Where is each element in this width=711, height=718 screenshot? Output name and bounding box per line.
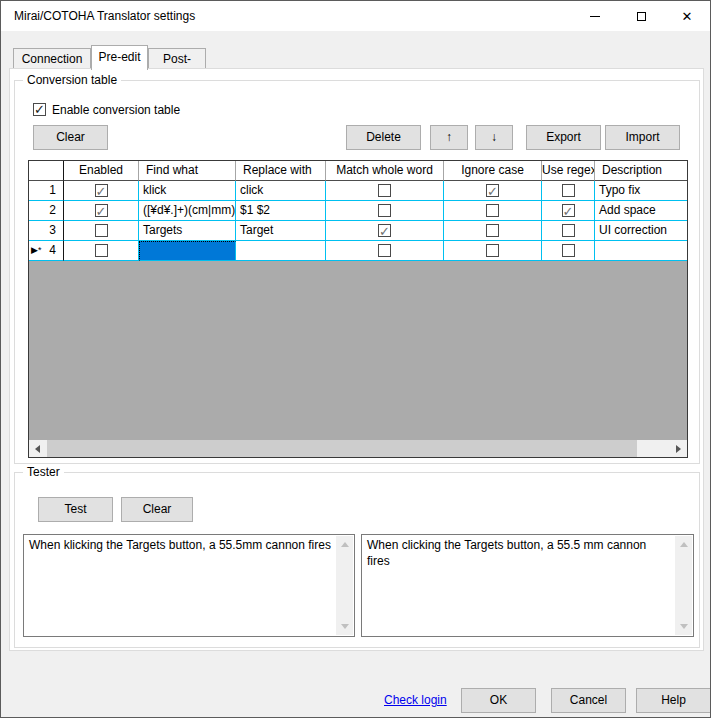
scroll-down-button[interactable]: [336, 618, 353, 635]
scroll-left-button[interactable]: [29, 440, 46, 457]
minimize-icon: [590, 16, 600, 17]
tester-group-label: Tester: [23, 465, 64, 480]
grid-cell-replace[interactable]: $1 $2: [236, 201, 326, 221]
grid-cell-find[interactable]: Targets: [139, 221, 236, 241]
grid-row-header[interactable]: 1: [29, 181, 64, 201]
grid-cell-use_regex[interactable]: [542, 181, 595, 201]
tester-clear-button[interactable]: Clear: [121, 497, 193, 522]
checkbox-icon[interactable]: [486, 224, 499, 237]
grid-cell-description[interactable]: [595, 241, 687, 261]
grid-cell-ignore_case[interactable]: [444, 221, 542, 241]
conversion-grid[interactable]: EnabledFind whatReplace withMatch whole …: [28, 160, 688, 458]
test-button[interactable]: Test: [38, 497, 113, 522]
grid-column-header[interactable]: Description: [595, 161, 687, 181]
checkbox-icon[interactable]: [378, 184, 391, 197]
checkbox-icon[interactable]: [486, 244, 499, 257]
scrollbar-thumb[interactable]: [47, 440, 637, 457]
export-button[interactable]: Export: [526, 125, 601, 150]
grid-cell-match_whole_word[interactable]: [326, 241, 444, 261]
ok-button[interactable]: OK: [461, 688, 536, 713]
grid-cell-use_regex[interactable]: [542, 201, 595, 221]
grid-rows: 1klickclickTypo fix2([¥d¥.]+)(cm|mm)$1 $…: [29, 181, 687, 261]
grid-cell-replace[interactable]: [236, 241, 326, 261]
grid-cell-enabled[interactable]: [64, 201, 139, 221]
scroll-up-button[interactable]: [336, 536, 353, 553]
grid-cell-ignore_case[interactable]: [444, 181, 542, 201]
close-button[interactable]: ✕: [664, 1, 710, 31]
grid-cell-use_regex[interactable]: [542, 221, 595, 241]
output-vertical-scrollbar[interactable]: [675, 536, 692, 635]
up-arrow-icon: [341, 542, 349, 547]
grid-cell-match_whole_word[interactable]: [326, 221, 444, 241]
grid-cell-find[interactable]: klick: [139, 181, 236, 201]
checkbox-icon[interactable]: [486, 184, 499, 197]
grid-cell-use_regex[interactable]: [542, 241, 595, 261]
conversion-table-group: Conversion table Enable conversion table…: [14, 80, 700, 464]
enable-conversion-checkbox[interactable]: Enable conversion table: [33, 103, 180, 118]
checkbox-icon[interactable]: [95, 184, 108, 197]
grid-cell-enabled[interactable]: [64, 181, 139, 201]
move-up-button[interactable]: ↑: [430, 125, 468, 150]
grid-cell-find[interactable]: [139, 241, 236, 261]
move-down-button[interactable]: ↓: [475, 125, 513, 150]
input-vertical-scrollbar[interactable]: [336, 536, 353, 635]
grid-cell-match_whole_word[interactable]: [326, 201, 444, 221]
grid-cell-replace[interactable]: Target: [236, 221, 326, 241]
checkbox-icon[interactable]: [95, 244, 108, 257]
checkbox-icon[interactable]: [378, 224, 391, 237]
tab-post-edit[interactable]: Post-edit: [148, 48, 206, 69]
checkbox-icon[interactable]: [562, 244, 575, 257]
tester-input-text: When klicking the Targets button, a 55.5…: [29, 538, 331, 552]
tester-input-textbox[interactable]: When klicking the Targets button, a 55.5…: [23, 534, 355, 637]
checkbox-icon[interactable]: [562, 224, 575, 237]
grid-cell-enabled[interactable]: [64, 221, 139, 241]
clear-table-button[interactable]: Clear: [33, 125, 108, 150]
checkbox-icon[interactable]: [486, 204, 499, 217]
grid-row: 1klickclickTypo fix: [29, 181, 687, 201]
grid-row-header[interactable]: 3: [29, 221, 64, 241]
down-arrow-icon: [680, 624, 688, 629]
grid-cell-description[interactable]: Typo fix: [595, 181, 687, 201]
checkbox-icon[interactable]: [378, 244, 391, 257]
tab-pre-edit[interactable]: Pre-edit: [91, 45, 148, 70]
checkbox-icon[interactable]: [562, 204, 575, 217]
grid-cell-match_whole_word[interactable]: [326, 181, 444, 201]
checkbox-icon[interactable]: [378, 204, 391, 217]
checkbox-icon[interactable]: [562, 184, 575, 197]
grid-cell-replace[interactable]: click: [236, 181, 326, 201]
pre-edit-tab-page: Conversion table Enable conversion table…: [9, 68, 704, 651]
grid-cell-find[interactable]: ([¥d¥.]+)(cm|mm): [139, 201, 236, 221]
grid-row-header[interactable]: 2: [29, 201, 64, 221]
tester-output-textbox[interactable]: When clicking the Targets button, a 55.5…: [361, 534, 694, 637]
checkbox-icon[interactable]: [95, 224, 108, 237]
grid-column-header[interactable]: Ignore case: [444, 161, 542, 181]
grid-column-header[interactable]: Find what: [139, 161, 236, 181]
grid-row-header[interactable]: 4▶*: [29, 241, 64, 261]
grid-cell-ignore_case[interactable]: [444, 241, 542, 261]
grid-column-header[interactable]: Replace with: [236, 161, 326, 181]
cancel-button[interactable]: Cancel: [551, 688, 626, 713]
import-button[interactable]: Import: [605, 125, 680, 150]
help-button[interactable]: Help: [636, 688, 711, 713]
grid-cell-enabled[interactable]: [64, 241, 139, 261]
maximize-button[interactable]: [618, 1, 664, 31]
grid-cell-description[interactable]: UI correction: [595, 221, 687, 241]
checkbox-icon[interactable]: [95, 204, 108, 217]
grid-cell-ignore_case[interactable]: [444, 201, 542, 221]
close-icon: ✕: [682, 10, 693, 23]
scroll-up-button[interactable]: [675, 536, 692, 553]
grid-column-header[interactable]: Enabled: [64, 161, 139, 181]
tab-connection[interactable]: Connection: [13, 48, 91, 69]
scroll-down-button[interactable]: [675, 618, 692, 635]
grid-row: 3TargetsTargetUI correction: [29, 221, 687, 241]
grid-column-header[interactable]: Match whole word: [326, 161, 444, 181]
grid-horizontal-scrollbar[interactable]: [29, 440, 687, 457]
check-login-link[interactable]: Check login: [384, 693, 447, 707]
grid-cell-description[interactable]: Add space: [595, 201, 687, 221]
current-new-row-icon: ▶*: [31, 241, 41, 260]
delete-row-button[interactable]: Delete: [346, 125, 421, 150]
minimize-button[interactable]: [572, 1, 618, 31]
scroll-right-button[interactable]: [670, 440, 687, 457]
grid-column-header[interactable]: [29, 161, 64, 181]
grid-column-header[interactable]: Use regex: [542, 161, 595, 181]
